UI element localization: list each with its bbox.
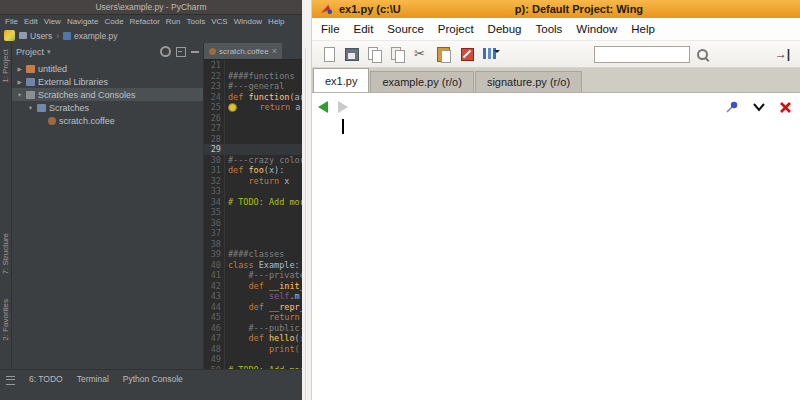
code-text xyxy=(225,113,228,124)
project-panel-header[interactable]: Project ▾ xyxy=(12,43,203,60)
wing-menu-help[interactable]: Help xyxy=(631,23,655,35)
close-icon[interactable] xyxy=(779,101,792,114)
pycharm-menu-refactor[interactable]: Refactor xyxy=(130,17,160,26)
wing-menu-window[interactable]: Window xyxy=(576,23,617,35)
code-line: 30#---crazy colors xyxy=(204,155,302,166)
pycharm-menu-navigate[interactable]: Navigate xyxy=(67,17,99,26)
tree-item-external-libraries[interactable]: ▶External Libraries xyxy=(12,75,203,88)
wing-titlebar[interactable]: ex1.py (c:\U p): Default Project: Wing xyxy=(312,0,800,18)
tree-item-scratches[interactable]: ▼Scratches xyxy=(12,101,203,114)
new-file-icon[interactable] xyxy=(320,45,338,63)
pycharm-menu-help[interactable]: Help xyxy=(268,17,284,26)
project-panel-actions xyxy=(160,46,199,57)
tree-expand-arrow[interactable]: ▶ xyxy=(16,79,23,85)
code-text: def hello(self): xyxy=(225,333,302,344)
wing-menu-source[interactable]: Source xyxy=(387,23,423,35)
code-line: 40class Example: xyxy=(204,260,302,271)
line-number: 43 xyxy=(204,291,225,302)
toolwindow-list-icon[interactable] xyxy=(6,376,15,385)
token: ####classes xyxy=(228,249,284,259)
line-number: 39 xyxy=(204,249,225,260)
tree-expand-arrow[interactable]: ▼ xyxy=(16,92,23,98)
pycharm-window: Users\example.py - PyCharm FileEditViewN… xyxy=(0,0,302,400)
pycharm-menu-vcs[interactable]: VCS xyxy=(211,17,227,26)
token: # TODO: Add more xyxy=(228,197,302,207)
search-icon[interactable] xyxy=(695,47,710,62)
token xyxy=(228,281,248,291)
status-python-console[interactable]: Python Console xyxy=(123,374,183,384)
navigate-forward-icon[interactable] xyxy=(338,101,348,113)
gear-icon[interactable] xyxy=(160,46,171,57)
wing-menu-debug[interactable]: Debug xyxy=(488,23,522,35)
code-line: 37 xyxy=(204,228,302,239)
toolbar-overflow-icon[interactable] xyxy=(775,47,790,61)
wing-left-scroll-gutter[interactable] xyxy=(302,0,312,400)
toolwindow-button-favorites[interactable]: 2: Favorites xyxy=(1,299,10,341)
delete-icon[interactable] xyxy=(458,45,476,63)
sort-columns-icon[interactable] xyxy=(481,45,499,63)
copy-icon[interactable] xyxy=(366,45,384,63)
pycharm-menu-code[interactable]: Code xyxy=(104,17,123,26)
code-text xyxy=(225,354,228,365)
pycharm-menu-window[interactable]: Window xyxy=(234,17,262,26)
wing-editor[interactable] xyxy=(312,93,800,400)
status-6-todo[interactable]: 6: TODO xyxy=(29,374,63,384)
pin-icon[interactable] xyxy=(725,100,739,114)
navigate-back-icon[interactable] xyxy=(318,101,328,113)
pycharm-menu-file[interactable]: File xyxy=(5,17,18,26)
wing-content: ex1.py (c:\U p): Default Project: Wing F… xyxy=(312,0,800,400)
code-line: 43 self.m = 1 xyxy=(204,291,302,302)
chevron-down-icon[interactable] xyxy=(752,101,766,113)
duplicate-icon[interactable] xyxy=(389,45,407,63)
toolwindow-button-structure[interactable]: 7: Structure xyxy=(1,233,10,274)
coffee-icon xyxy=(48,117,56,125)
token xyxy=(228,302,248,312)
pycharm-menu-view[interactable]: View xyxy=(44,17,61,26)
close-icon[interactable]: × xyxy=(272,47,277,56)
tree-item-scratch-coffee[interactable]: scratch.coffee xyxy=(12,114,203,127)
save-icon[interactable] xyxy=(343,45,361,63)
breadcrumb-item-users[interactable]: Users xyxy=(19,31,52,41)
tree-item-scratches-and-consoles[interactable]: ▼Scratches and Consoles xyxy=(12,88,203,101)
chevron-down-icon: ▾ xyxy=(47,48,51,56)
paste-icon[interactable] xyxy=(435,45,453,63)
collapse-all-icon[interactable] xyxy=(176,47,186,57)
pycharm-titlebar[interactable]: Users\example.py - PyCharm xyxy=(0,0,302,15)
tab-example-py-r-o[interactable]: example.py (r/o) xyxy=(370,71,473,92)
line-number: 22 xyxy=(204,71,225,82)
pycharm-menu-edit[interactable]: Edit xyxy=(24,17,38,26)
tree-item-label: scratch.coffee xyxy=(59,116,115,126)
cut-icon[interactable] xyxy=(412,45,430,63)
tree-expand-arrow[interactable]: ▶ xyxy=(16,66,23,72)
hide-panel-icon[interactable] xyxy=(191,51,199,53)
token xyxy=(239,102,259,112)
code-editor-area[interactable]: 2122####functions23#---general24def func… xyxy=(204,60,302,374)
tab-ex1-py[interactable]: ex1.py xyxy=(313,68,369,92)
toolwindow-button-project[interactable]: 1: Project xyxy=(1,49,10,83)
pycharm-menu-run[interactable]: Run xyxy=(166,17,181,26)
code-line: 45 return 'Example' xyxy=(204,312,302,323)
wing-menu-file[interactable]: File xyxy=(321,23,340,35)
tab-signature-py-r-o[interactable]: signature.py (r/o) xyxy=(475,71,582,92)
wing-menu-tools[interactable]: Tools xyxy=(535,23,562,35)
code-text xyxy=(225,60,228,71)
tree-expand-arrow[interactable]: ▼ xyxy=(27,105,34,111)
breadcrumb-item-example-py[interactable]: example.py xyxy=(63,31,117,41)
intention-bulb-icon[interactable] xyxy=(228,103,237,112)
tree-item-untitled[interactable]: ▶untitled xyxy=(12,62,203,75)
folder-icon xyxy=(19,32,27,39)
wing-menu-edit[interactable]: Edit xyxy=(354,23,374,35)
line-number: 26 xyxy=(204,113,225,124)
line-number: 29 xyxy=(204,144,225,155)
search-input[interactable] xyxy=(594,46,690,63)
line-number: 40 xyxy=(204,260,225,271)
code-text: return 'Example' xyxy=(225,312,302,323)
status-terminal[interactable]: Terminal xyxy=(77,374,109,384)
wing-menu-project[interactable]: Project xyxy=(438,23,474,35)
code-line: 25 return arg xyxy=(204,102,302,113)
token: def xyxy=(228,165,248,175)
pycharm-menu-tools[interactable]: Tools xyxy=(187,17,206,26)
line-number: 24 xyxy=(204,92,225,103)
editor-tab-scratch-coffee[interactable]: scratch.coffee × xyxy=(204,43,282,59)
code-text xyxy=(225,218,228,229)
